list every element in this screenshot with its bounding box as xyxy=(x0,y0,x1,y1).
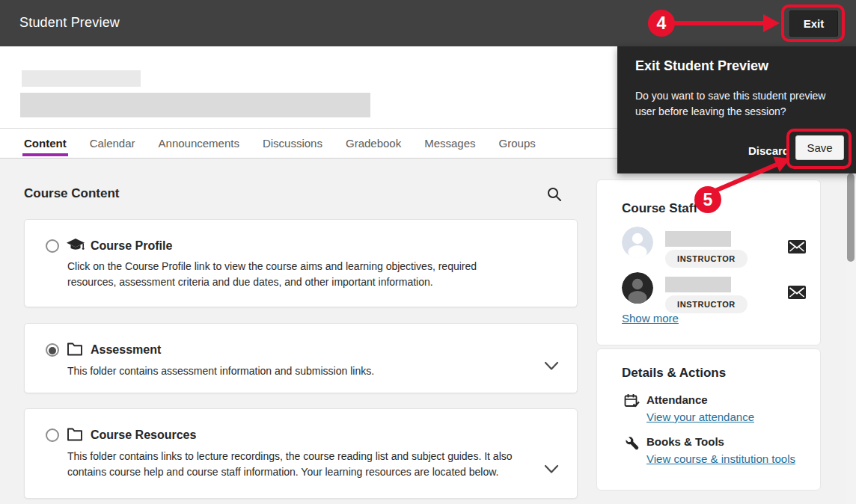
exit-button[interactable]: Exit xyxy=(789,10,838,37)
tab-groups[interactable]: Groups xyxy=(499,129,536,158)
course-resources-folder-link[interactable]: Course Resources xyxy=(91,428,196,442)
tab-content[interactable]: Content xyxy=(24,129,67,158)
chevron-down-icon[interactable] xyxy=(543,361,560,373)
redacted-course-code-bar xyxy=(22,70,141,87)
page-scrollbar[interactable] xyxy=(846,159,856,504)
details-actions-heading: Details & Actions xyxy=(622,366,726,381)
item-state-circle xyxy=(46,343,59,357)
tab-gradebook[interactable]: Gradebook xyxy=(346,129,401,158)
staff-member-row: INSTRUCTOR xyxy=(622,272,797,307)
page-title: Course Content xyxy=(24,186,120,201)
role-badge: INSTRUCTOR xyxy=(665,295,748,313)
course-profile-description: Click on the Course Profile link to view… xyxy=(67,259,516,290)
message-envelope-icon[interactable] xyxy=(788,240,806,253)
calendar-check-icon xyxy=(624,393,639,408)
item-state-circle xyxy=(46,239,59,253)
show-more-link[interactable]: Show more xyxy=(622,312,679,325)
student-preview-topbar: Student Preview Exit xyxy=(0,0,856,46)
exit-student-preview-dialog: Exit Student Preview Do you want to save… xyxy=(617,46,856,173)
redacted-staff-name-bar xyxy=(665,277,731,292)
graduation-cap-icon xyxy=(67,238,85,254)
view-attendance-link[interactable]: View your attendance xyxy=(646,411,754,423)
assessment-folder-link[interactable]: Assessment xyxy=(91,343,161,357)
avatar xyxy=(622,227,653,258)
details-actions-panel: Details & Actions Attendance View your a… xyxy=(596,348,821,491)
folder-icon xyxy=(67,427,85,443)
role-badge: INSTRUCTOR xyxy=(665,250,748,268)
staff-member-row: INSTRUCTOR xyxy=(622,227,797,261)
tab-discussions[interactable]: Discussions xyxy=(263,129,322,158)
message-envelope-icon[interactable] xyxy=(788,286,806,299)
content-item-assessment: Assessment This folder contains assessme… xyxy=(24,323,578,393)
folder-icon xyxy=(67,342,85,358)
dialog-body-text: Do you want to save this student preview… xyxy=(635,88,842,120)
discard-button[interactable]: Discard xyxy=(743,139,789,162)
item-state-circle xyxy=(46,428,59,442)
attendance-title: Attendance xyxy=(646,393,708,406)
save-button[interactable]: Save xyxy=(795,135,844,160)
course-profile-link[interactable]: Course Profile xyxy=(91,239,172,253)
scrollbar-thumb[interactable] xyxy=(847,173,855,262)
view-course-tools-link[interactable]: View course & institution tools xyxy=(646,452,795,465)
wrench-icon xyxy=(624,435,639,450)
tab-messages[interactable]: Messages xyxy=(424,129,475,158)
student-preview-title: Student Preview xyxy=(19,15,120,31)
redacted-course-title-bar xyxy=(20,93,370,117)
course-staff-panel: Course Staff INSTRUCTOR INSTRUCTOR Show … xyxy=(596,179,821,345)
books-tools-title: Books & Tools xyxy=(646,435,724,448)
search-icon[interactable] xyxy=(545,185,564,205)
student-preview-screen: Student Preview Exit Content Calendar An… xyxy=(0,0,856,504)
assessment-description: This folder contains assessment informat… xyxy=(67,363,516,379)
dialog-title: Exit Student Preview xyxy=(635,58,768,74)
chevron-down-icon[interactable] xyxy=(543,464,560,476)
tab-calendar[interactable]: Calendar xyxy=(90,129,135,158)
tab-announcements[interactable]: Announcements xyxy=(159,129,239,158)
content-item-course-profile: Course Profile Click on the Course Profi… xyxy=(24,219,578,307)
course-staff-heading: Course Staff xyxy=(622,201,697,216)
redacted-staff-name-bar xyxy=(665,231,731,247)
course-resources-description: This folder contains links to lecture re… xyxy=(67,449,533,480)
content-item-course-resources: Course Resources This folder contains li… xyxy=(24,408,578,499)
avatar xyxy=(622,272,653,304)
